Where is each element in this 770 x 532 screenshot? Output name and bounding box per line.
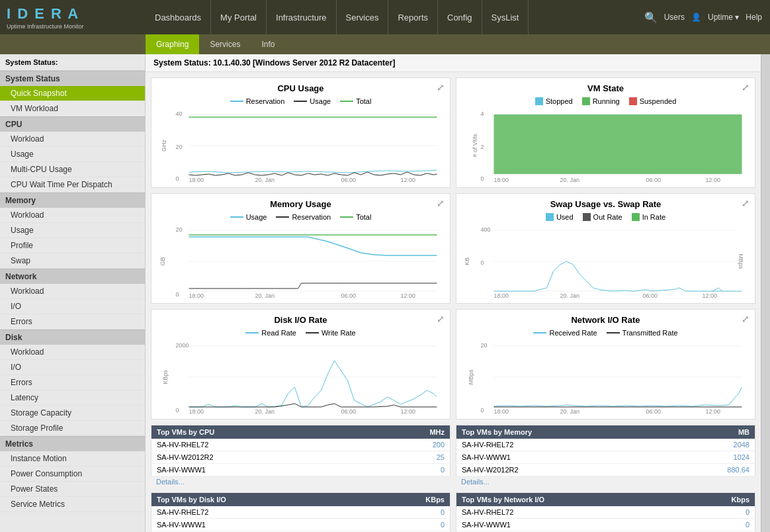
memory-usage-legend: Usage Reservation Total [157, 213, 445, 221]
sidebar-item-memory-profile[interactable]: Profile [0, 238, 145, 253]
disk-io-chart-body: KBps 2000 0 18:00 20. Jan 06:00 [157, 341, 445, 414]
help-link[interactable]: Help [746, 13, 762, 22]
mem-vm-name-2: SA-HV-WWW1 [456, 451, 669, 464]
top-memory-table: Top VMs by Memory MB SA-HV-RHEL72 2048 S… [456, 425, 755, 476]
svg-text:18:00: 18:00 [189, 408, 204, 414]
scrollbar[interactable] [761, 54, 770, 532]
system-status-bar: System Status: 10.1.40.30 [Windows Serve… [146, 54, 761, 72]
network-io-expand[interactable]: ⤢ [742, 314, 749, 324]
cpu-usage-expand[interactable]: ⤢ [437, 82, 445, 93]
tab-graphing[interactable]: Graphing [146, 34, 199, 54]
network-io-chart: Network I/O Rate ⤢ Received Rate Transmi… [456, 309, 755, 420]
sidebar-item-disk-workload[interactable]: Workload [0, 345, 145, 360]
cpu-vm-name-2: SA-HV-W2012R2 [151, 451, 368, 464]
top-memory-details-link[interactable]: Details... [456, 476, 755, 487]
nav-myportal[interactable]: My Portal [211, 0, 267, 34]
svg-text:06:00: 06:00 [341, 408, 357, 414]
sidebar-item-storage-capacity[interactable]: Storage Capacity [0, 406, 145, 421]
logo-subtitle: Uptime Infrastructure Monitor [7, 23, 84, 30]
sidebar-item-memory-swap[interactable]: Swap [0, 253, 145, 269]
sidebar-item-network-workload[interactable]: Workload [0, 284, 145, 299]
top-network-header-unit: Kbps [684, 493, 755, 507]
svg-text:4: 4 [481, 111, 484, 117]
sidebar-item-memory-workload[interactable]: Workload [0, 208, 145, 223]
sidebar-item-memory-usage[interactable]: Usage [0, 223, 145, 238]
table-row[interactable]: SA-HV-WWW1 0 [456, 519, 755, 531]
swap-usage-title: Swap Usage vs. Swap Rate [462, 199, 749, 209]
content-area: System Status: 10.1.40.30 [Windows Serve… [146, 54, 761, 532]
users-link[interactable]: Users [664, 13, 685, 22]
sidebar-item-cpu-usage[interactable]: Usage [0, 147, 145, 162]
network-io-title: Network I/O Rate [462, 315, 749, 325]
sidebar-item-disk-latency[interactable]: Latency [0, 390, 145, 406]
charts-grid: CPU Usage ⤢ Reservation Usage Total GHz … [146, 72, 761, 425]
svg-text:18:00: 18:00 [494, 292, 509, 298]
sidebar-item-cpu-workload[interactable]: Workload [0, 132, 145, 147]
tab-services[interactable]: Services [199, 34, 251, 54]
search-icon[interactable]: 🔍 [644, 11, 658, 24]
nav-infrastructure[interactable]: Infrastructure [267, 0, 337, 34]
top-cpu-details-link[interactable]: Details... [151, 476, 450, 487]
table-row[interactable]: SA-HV-RHEL72 0 [456, 506, 755, 519]
sidebar-item-power-consumption[interactable]: Power Consumption [0, 466, 145, 482]
svg-text:400: 400 [481, 226, 491, 233]
svg-text:06:00: 06:00 [646, 408, 662, 414]
memory-usage-title: Memory Usage [157, 199, 445, 209]
table-row[interactable]: SA-HV-RHEL72 200 [151, 439, 450, 451]
svg-text:0: 0 [481, 175, 484, 182]
table-row[interactable]: SA-HV-WWW1 0 [151, 519, 450, 531]
sidebar-item-instance-motion[interactable]: Instance Motion [0, 451, 145, 466]
nav-dashboards[interactable]: Dashboards [146, 0, 211, 34]
top-cpu-table: Top VMs by CPU MHz SA-HV-RHEL72 200 SA-H… [151, 425, 450, 476]
table-row[interactable]: SA-HV-W2012R2 880.64 [456, 464, 755, 476]
network-io-chart-body: MBps 20 0 18:00 20. Jan 06:00 [462, 341, 749, 414]
table-row[interactable]: SA-HV-WWW1 0 [151, 464, 450, 476]
logo-area: I D E R A Uptime Infrastructure Monitor [0, 1, 146, 34]
disk-io-expand[interactable]: ⤢ [437, 314, 445, 324]
sidebar-item-network-io[interactable]: I/O [0, 299, 145, 314]
memory-usage-expand[interactable]: ⤢ [437, 198, 445, 208]
section-memory: Memory [0, 193, 145, 208]
disk-vm-val-2: 0 [369, 519, 450, 531]
svg-text:18:00: 18:00 [494, 408, 509, 414]
top-disk-table: Top VMs by Disk I/O KBps SA-HV-RHEL72 0 … [151, 492, 450, 532]
sidebar-item-storage-profile[interactable]: Storage Profile [0, 421, 145, 436]
svg-text:06:00: 06:00 [646, 177, 662, 182]
table-row[interactable]: SA-HV-WWW1 1024 [456, 451, 755, 464]
sidebar-item-network-errors[interactable]: Errors [0, 314, 145, 330]
status-bar: System Status: [0, 54, 145, 71]
sidebar-item-power-states[interactable]: Power States [0, 482, 145, 497]
cpu-usage-legend: Reservation Usage Total [157, 97, 445, 105]
vm-state-expand[interactable]: ⤢ [742, 82, 749, 93]
sidebar-item-disk-errors[interactable]: Errors [0, 375, 145, 390]
vm-state-chart-body: # of VMs 4 2 0 18:00 20. Jan 06:00 12:00 [462, 109, 749, 182]
uptime-menu[interactable]: Uptime ▾ [708, 13, 739, 22]
cpu-vm-name-1: SA-HV-RHEL72 [151, 439, 368, 451]
table-row[interactable]: SA-HV-RHEL72 0 [151, 506, 450, 519]
nav-reports[interactable]: Reports [388, 0, 438, 34]
nav-syslist[interactable]: SysList [482, 0, 529, 34]
sidebar-item-vm-workload[interactable]: VM Workload [0, 101, 145, 116]
cpu-usage-title: CPU Usage [157, 83, 445, 93]
table-row[interactable]: SA-HV-RHEL72 2048 [456, 439, 755, 451]
memory-svg: 20 0 18:00 20. Jan 06:00 [171, 225, 445, 298]
sidebar-item-cpu-wait[interactable]: CPU Wait Time Per Dispatch [0, 177, 145, 193]
svg-text:12:00: 12:00 [401, 292, 416, 298]
section-cpu: CPU [0, 116, 145, 132]
sidebar-item-service-metrics[interactable]: Service Metrics [0, 497, 145, 512]
swap-y-label-right: MBps [737, 253, 744, 269]
nav-services[interactable]: Services [337, 0, 389, 34]
table-row[interactable]: SA-HV-W2012R2 25 [151, 451, 450, 464]
sidebar-item-disk-io[interactable]: I/O [0, 360, 145, 375]
nav-config[interactable]: Config [438, 0, 482, 34]
tab-info[interactable]: Info [251, 34, 285, 54]
status-label: System Status: [5, 58, 58, 66]
disk-io-chart: Disk I/O Rate ⤢ Read Rate Write Rate KBp… [151, 309, 450, 420]
svg-text:0: 0 [176, 175, 179, 182]
second-nav: Graphing Services Info [0, 34, 770, 54]
sidebar-item-quick-snapshot[interactable]: Quick Snapshot [0, 86, 145, 101]
top-cpu-header-name: Top VMs by CPU [151, 425, 368, 439]
top-navigation: I D E R A Uptime Infrastructure Monitor … [0, 0, 770, 34]
swap-usage-expand[interactable]: ⤢ [742, 198, 749, 208]
sidebar-item-multi-cpu[interactable]: Multi-CPU Usage [0, 162, 145, 177]
